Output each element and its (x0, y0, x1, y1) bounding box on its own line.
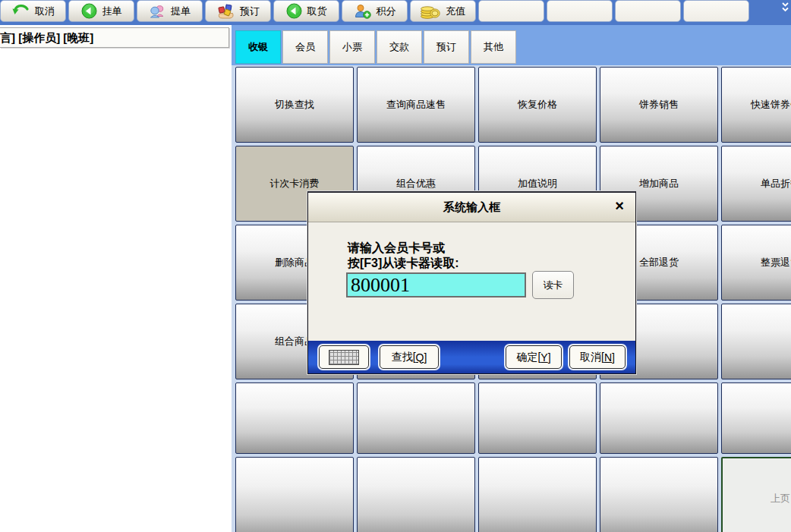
grid-button-label: 组合优惠 (396, 177, 436, 190)
operator-text: 言] [操作员] [晚班] (0, 31, 93, 44)
chevron-down-icon (781, 2, 789, 25)
pickup-order-icon (149, 4, 165, 19)
left-panel: 言] [操作员] [晚班] (0, 25, 232, 532)
tab-member[interactable]: 会员 (282, 30, 328, 64)
grid-button-r5c2[interactable] (478, 457, 597, 532)
find-button-label-end: ] (424, 351, 427, 364)
toolbar-button-label: 充值 (446, 5, 465, 18)
grid-button-label: 全部退货 (639, 256, 679, 269)
tab-payment[interactable]: 交款 (377, 30, 422, 64)
card-number-input[interactable] (346, 272, 526, 297)
grid-button-r0c4[interactable]: 快速饼券销售 (721, 67, 791, 143)
grid-button-r5c1[interactable] (357, 457, 475, 532)
grid-button-label: 单品折扣 (761, 177, 791, 190)
toolbar-button-points[interactable]: 积分 (342, 0, 408, 22)
grid-button-r0c2[interactable]: 恢复价格 (478, 67, 597, 143)
toolbar-empty-button[interactable] (547, 0, 613, 22)
toolbar-button-recharge[interactable]: 充值 (410, 0, 476, 22)
toolbar-button-label: 提单 (171, 5, 191, 18)
find-button-label: 查找[ (392, 351, 416, 364)
read-card-button[interactable]: 读卡 (532, 271, 574, 299)
keyboard-icon (329, 350, 359, 365)
grid-button-label: 加值说明 (518, 177, 557, 190)
prompt-line-2: 按[F3]从读卡器读取: (348, 256, 459, 271)
toolbar-button-label: 取消 (35, 5, 55, 18)
toolbar-button-reserve[interactable]: 预订 (205, 0, 271, 22)
points-icon (354, 4, 371, 19)
toolbar-button-pickup-order[interactable]: 提单 (137, 0, 203, 22)
toolbar-button-label: 预订 (240, 5, 260, 18)
cancel-button-accesskey: N (604, 351, 612, 364)
grid-button-r0c0[interactable]: 切换查找 (235, 67, 354, 143)
tab-reserve[interactable]: 预订 (424, 30, 469, 64)
tab-bar: 收银会员小票交款预订其他 (232, 25, 791, 65)
grid-button-label: 切换查找 (275, 98, 314, 112)
tab-receipt[interactable]: 小票 (329, 30, 375, 64)
toolbar-empty-button[interactable] (478, 0, 544, 22)
dialog-footer: 查找[Q] 确定[Y] 取消[N] (308, 341, 635, 373)
toolbar-empty-button[interactable] (615, 0, 681, 22)
dialog-title-bar: 系统输入框 × (308, 193, 635, 222)
grid-button-r0c1[interactable]: 查询商品速售 (357, 67, 475, 143)
toolbar-button-label: 积分 (377, 5, 396, 18)
ok-button-label-end: ] (548, 351, 551, 364)
dialog-body: 请输入会员卡号或 按[F3]从读卡器读取: 读卡 (308, 222, 635, 343)
recharge-icon (421, 4, 440, 19)
toolbar-overflow-chevron[interactable] (780, 0, 791, 25)
grid-button-r1c4[interactable]: 单品折扣 (721, 146, 791, 222)
take-goods-icon (286, 3, 302, 19)
reserve-icon (216, 4, 235, 19)
grid-button-r2c4[interactable]: 整票退货 (721, 225, 791, 301)
toolbar-button-label: 挂单 (102, 5, 122, 18)
grid-button-r5c3[interactable] (600, 457, 718, 532)
toolbar-button-label: 取货 (307, 5, 327, 18)
close-icon[interactable]: × (615, 198, 624, 213)
grid-button-r5c0[interactable] (235, 457, 354, 532)
ok-button-label: 确定[ (516, 351, 540, 364)
toolbar-empty-button[interactable] (683, 0, 749, 22)
grid-button-label: 恢复价格 (518, 98, 557, 112)
find-button[interactable]: 查找[Q] (380, 345, 439, 369)
toolbar-button-hold-order[interactable]: 挂单 (68, 0, 134, 22)
grid-button-r4c0[interactable] (235, 382, 354, 454)
toolbar-button-take-goods[interactable]: 取货 (273, 0, 339, 22)
grid-button-label: 饼券销售 (639, 98, 679, 112)
dialog-title: 系统输入框 (308, 200, 635, 215)
grid-button-r4c2[interactable] (478, 382, 597, 454)
grid-button-label: 快速饼券销售 (751, 98, 791, 112)
tab-other[interactable]: 其他 (471, 30, 516, 64)
cancel-icon (11, 4, 30, 19)
prev-page-button[interactable]: 上页 (721, 457, 791, 532)
grid-button-r4c3[interactable] (600, 382, 718, 454)
cancel-button-label: 取消[ (580, 351, 604, 364)
pos-screen: 取消挂单提单预订取货积分充值 言] [操作员] [晚班] 收银会员小票交款预订其… (0, 0, 791, 532)
grid-button-label: 整票退货 (761, 256, 791, 269)
ok-button-accesskey: Y (540, 351, 547, 364)
system-input-dialog: 系统输入框 × 请输入会员卡号或 按[F3]从读卡器读取: 读卡 查找[Q] 确… (307, 191, 636, 374)
grid-button-label: 增加商品 (639, 177, 679, 190)
prev-page-label: 上页 (771, 492, 790, 505)
grid-button-label: 计次卡消费 (270, 177, 320, 190)
toolbar-button-cancel[interactable]: 取消 (0, 0, 66, 22)
hold-order-icon (81, 3, 97, 19)
keyboard-button[interactable] (319, 345, 369, 369)
grid-button-label: 查询商品速售 (386, 98, 446, 112)
operator-bar: 言] [操作员] [晚班] (0, 27, 229, 48)
cancel-button-label-end: ] (612, 351, 615, 364)
tab-cashier[interactable]: 收银 (235, 30, 281, 64)
grid-button-r0c3[interactable]: 饼券销售 (600, 67, 718, 143)
grid-button-r3c4[interactable] (721, 304, 791, 379)
cancel-button[interactable]: 取消[N] (569, 345, 626, 369)
prompt-text: 请输入会员卡号或 按[F3]从读卡器读取: (348, 241, 459, 271)
ok-button[interactable]: 确定[Y] (506, 345, 562, 369)
grid-button-r4c1[interactable] (357, 382, 475, 454)
prompt-line-1: 请输入会员卡号或 (348, 241, 459, 256)
toolbar: 取消挂单提单预订取货积分充值 (0, 0, 791, 25)
grid-button-r4c4[interactable] (721, 382, 791, 454)
find-button-accesskey: Q (416, 351, 424, 364)
toolbar-buttons: 取消挂单提单预订取货积分充值 (0, 0, 780, 22)
